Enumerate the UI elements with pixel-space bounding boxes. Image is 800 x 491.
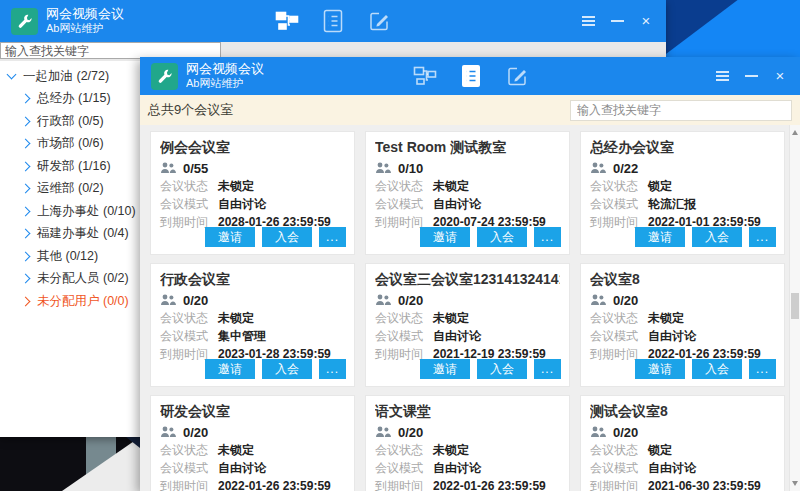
- room-card: 例会会议室 0/55 会议状态 未锁定 会议模式 自由讨论 到期时间 2028-…: [150, 131, 355, 255]
- invite-button[interactable]: 邀请: [205, 359, 255, 379]
- mode-value: 自由讨论: [218, 460, 266, 477]
- scroll-up-icon[interactable]: [792, 130, 798, 135]
- list-view-icon[interactable]: [458, 63, 484, 89]
- desktop-background: [662, 0, 800, 57]
- more-button[interactable]: ...: [534, 359, 561, 379]
- participants-icon: [160, 162, 176, 174]
- participant-count: 0/20: [183, 425, 208, 440]
- invite-button[interactable]: 邀请: [420, 227, 470, 247]
- minimize-icon[interactable]: [743, 68, 759, 84]
- app-titles: 网会视频会议 Ab网站维护: [186, 61, 264, 91]
- join-button[interactable]: 入会: [477, 227, 527, 247]
- participants-icon: [375, 426, 391, 438]
- scroll-thumb[interactable]: [791, 293, 799, 319]
- mode-label: 会议模式: [590, 196, 648, 213]
- expire-label: 到期时间: [590, 478, 648, 491]
- participants-icon: [590, 162, 606, 174]
- tree-item-label: 市场部 (0/6): [37, 135, 104, 152]
- invite-button[interactable]: 邀请: [205, 227, 255, 247]
- room-card: 研发会议室 0/20 会议状态 未锁定 会议模式 自由讨论 到期时间 2022-…: [150, 395, 355, 491]
- mode-label: 会议模式: [160, 196, 218, 213]
- edit-icon[interactable]: [366, 8, 392, 34]
- app-icon: [151, 63, 178, 90]
- more-button[interactable]: ...: [319, 227, 346, 247]
- participants-icon: [160, 426, 176, 438]
- room-card: Test Room 测试教室 0/10 会议状态 未锁定 会议模式 自由讨论 到…: [365, 131, 570, 255]
- more-button[interactable]: ...: [749, 227, 776, 247]
- join-button[interactable]: 入会: [262, 227, 312, 247]
- room-title: 研发会议室: [160, 403, 345, 421]
- status-label: 会议状态: [375, 442, 433, 459]
- chevron-icon[interactable]: [21, 116, 31, 126]
- participant-count: 0/20: [183, 293, 208, 308]
- tree-item-label: 上海办事处 (0/10): [37, 203, 136, 220]
- participant-count: 0/20: [398, 293, 423, 308]
- participants-icon: [590, 294, 606, 306]
- chevron-icon[interactable]: [21, 274, 31, 284]
- more-button[interactable]: ...: [319, 359, 346, 379]
- chevron-icon[interactable]: [21, 296, 31, 306]
- menu-icon[interactable]: [580, 13, 596, 29]
- mode-label: 会议模式: [160, 328, 218, 345]
- mode-value: 自由讨论: [648, 460, 696, 477]
- scrollbar[interactable]: [789, 125, 800, 491]
- room-card: 测试会议室8 0/20 会议状态 锁定 会议模式 自由讨论 到期时间 2021-…: [580, 395, 785, 491]
- chevron-icon[interactable]: [21, 229, 31, 239]
- chevron-icon[interactable]: [21, 94, 31, 104]
- list-view-icon[interactable]: [320, 8, 346, 34]
- tree-item-label: 未分配人员 (0/2): [37, 270, 129, 287]
- room-card: 行政会议室 0/20 会议状态 未锁定 会议模式 集中管理 到期时间 2023-…: [150, 263, 355, 387]
- room-title: Test Room 测试教室: [375, 139, 560, 157]
- status-label: 会议状态: [590, 442, 648, 459]
- invite-button[interactable]: 邀请: [420, 359, 470, 379]
- more-button[interactable]: ...: [534, 227, 561, 247]
- join-button[interactable]: 入会: [262, 359, 312, 379]
- join-button[interactable]: 入会: [692, 359, 742, 379]
- participants-icon: [590, 426, 606, 438]
- expire-label: 到期时间: [375, 478, 433, 491]
- minimize-icon[interactable]: [609, 13, 625, 29]
- room-count-summary: 总共9个会议室: [148, 101, 233, 119]
- mode-value: 轮流汇报: [648, 196, 696, 213]
- mode-value: 自由讨论: [433, 460, 481, 477]
- room-card-grid: 例会会议室 0/55 会议状态 未锁定 会议模式 自由讨论 到期时间 2028-…: [140, 125, 785, 491]
- edit-icon[interactable]: [504, 63, 530, 89]
- scroll-down-icon[interactable]: [792, 481, 798, 486]
- invite-button[interactable]: 邀请: [635, 359, 685, 379]
- tree-item-label: 运维部 (0/2): [37, 180, 104, 197]
- chevron-icon[interactable]: [21, 251, 31, 261]
- join-button[interactable]: 入会: [477, 359, 527, 379]
- status-value: 未锁定: [218, 310, 254, 327]
- invite-button[interactable]: 邀请: [635, 227, 685, 247]
- status-value: 未锁定: [433, 310, 469, 327]
- room-card: 语文课堂 0/20 会议状态 未锁定 会议模式 自由讨论 到期时间 2022-0…: [365, 395, 570, 491]
- desktop-background-corner: [0, 437, 140, 491]
- chevron-icon[interactable]: [7, 70, 17, 80]
- close-icon[interactable]: ×: [772, 68, 788, 84]
- status-label: 会议状态: [375, 310, 433, 327]
- mode-label: 会议模式: [375, 460, 433, 477]
- more-button[interactable]: ...: [749, 359, 776, 379]
- status-value: 未锁定: [218, 178, 254, 195]
- chevron-icon[interactable]: [21, 184, 31, 194]
- expire-value: 2022-01-26 23:59:59: [433, 479, 546, 491]
- org-chart-icon[interactable]: [412, 63, 438, 89]
- org-chart-icon[interactable]: [274, 8, 300, 34]
- room-title: 总经办会议室: [590, 139, 775, 157]
- mode-value: 集中管理: [218, 328, 266, 345]
- room-card: 会议室三会议室123141324141三会... 0/20 会议状态 未锁定 会…: [365, 263, 570, 387]
- close-icon[interactable]: ×: [638, 13, 654, 29]
- tree-item-label: 福建办事处 (0/4): [37, 225, 129, 242]
- info-bar: 总共9个会议室: [140, 95, 800, 125]
- window-controls: ×: [580, 13, 654, 29]
- status-value: 锁定: [648, 178, 672, 195]
- status-label: 会议状态: [160, 310, 218, 327]
- chevron-icon[interactable]: [21, 161, 31, 171]
- join-button[interactable]: 入会: [692, 227, 742, 247]
- room-search-input[interactable]: [570, 100, 792, 121]
- chevron-icon[interactable]: [21, 206, 31, 216]
- status-label: 会议状态: [160, 442, 218, 459]
- room-title: 会议室8: [590, 271, 775, 289]
- chevron-icon[interactable]: [21, 139, 31, 149]
- menu-icon[interactable]: [714, 68, 730, 84]
